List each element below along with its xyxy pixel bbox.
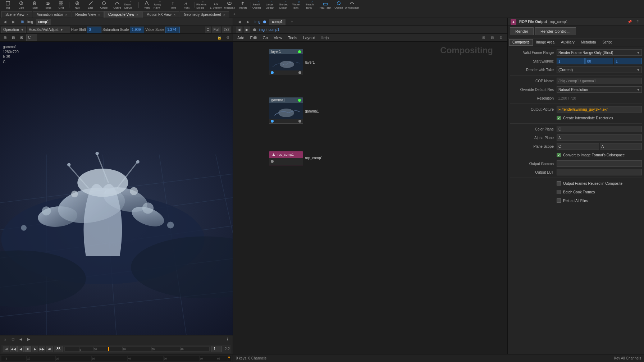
toolbar-curve[interactable]: Curve [111, 1, 124, 9]
prop-tab-auxiliary[interactable]: Auxiliary [558, 39, 578, 46]
render-control-button[interactable]: Render Control... [535, 27, 576, 35]
view-ctrl-1[interactable]: ⊞ [1, 34, 9, 41]
prop-value-ap[interactable]: A [557, 134, 642, 141]
viewport-nav-right[interactable]: ▶ [10, 18, 17, 26]
prop-help[interactable]: ? [634, 18, 641, 26]
end-frame-display[interactable]: 1 [211, 346, 222, 352]
viewport-comp-tab[interactable]: comp1 [36, 19, 51, 25]
toolbar-spray[interactable]: Spray Paint [154, 1, 166, 9]
view-ctrl-2[interactable]: ⊟ [10, 34, 17, 41]
toolbar-platonic[interactable]: Platonic Solids [196, 1, 209, 9]
menu-view[interactable]: View [272, 36, 284, 40]
bc-img[interactable]: img [259, 28, 265, 32]
viewport-nav-left[interactable]: ◀ [1, 18, 9, 26]
prop-pin[interactable]: 📌 [626, 18, 633, 26]
go-to-end[interactable]: ⏭ [46, 346, 52, 352]
value-scale-value[interactable]: 1.374 [165, 27, 180, 33]
bc-forward[interactable]: ▶ [244, 27, 250, 33]
prop-tab-composite[interactable]: Composite [509, 39, 533, 46]
step-back[interactable]: ◀◀ [10, 346, 17, 352]
toolbar-large-ocean[interactable]: Large Ocean [266, 1, 279, 9]
toolbar-grid[interactable]: Grid [55, 1, 68, 9]
hue-sat-val-dropdown[interactable]: Hue/Sat/Val Adjust ▼ [27, 27, 70, 33]
toolbar-beach-tank[interactable]: Beach Tank [306, 1, 319, 9]
comp-nav-right[interactable]: ▶ [245, 18, 252, 26]
prop-checkbox-raf-box[interactable] [557, 198, 561, 203]
tab-geometry-spreadsheet[interactable]: Geometry Spreadsheet × [180, 11, 229, 18]
toolbar-flat-tank[interactable]: Flat Tank [319, 1, 332, 9]
node-gamma1[interactable]: gamma1 [269, 97, 303, 124]
prop-end-value[interactable]: 80 [585, 58, 613, 64]
prop-value-cp[interactable]: C [557, 126, 642, 132]
step-forward[interactable]: ▶▶ [39, 346, 45, 352]
toolbar-line[interactable]: Line [84, 1, 97, 9]
go-to-start[interactable]: ⏮ [3, 346, 9, 352]
timeline-track[interactable]: 1 10 20 30 40 [64, 347, 210, 352]
toolbar-torus[interactable]: Torus [41, 1, 54, 9]
vp-prev-frame[interactable]: ◀ [17, 336, 24, 343]
toolbar-guided-ocean[interactable]: Guided Ocean [279, 1, 292, 9]
toolbar-null[interactable]: Null [71, 1, 84, 9]
comp-snap[interactable]: ⊞ [480, 34, 487, 41]
prop-checkbox-bcf-box[interactable] [557, 190, 561, 194]
prop-inc-value[interactable]: 1 [614, 58, 642, 64]
toolbar-path[interactable]: Path [140, 1, 153, 9]
bc-back[interactable]: ◀ [236, 27, 242, 33]
toolbar-geo[interactable]: Geo [15, 1, 28, 9]
menu-help[interactable]: Help [319, 36, 330, 40]
prop-value-cop[interactable]: / hiq / comp1 / gamma1 [557, 78, 642, 84]
hue-shift-value[interactable]: 0 [87, 27, 101, 33]
toolbar-whitewater[interactable]: Whitewater [346, 1, 358, 9]
view-settings[interactable]: ⚙ [224, 34, 231, 41]
prop-checkbox-cid-box[interactable]: ✓ [557, 116, 561, 120]
vp-home[interactable]: ⌂ [1, 336, 9, 343]
full-btn[interactable]: Full [212, 27, 221, 33]
stop[interactable]: ■ [24, 346, 31, 352]
prop-value-odr[interactable]: Natural Resolution ▼ [557, 86, 642, 93]
tab-close-animation[interactable]: × [65, 13, 67, 17]
saturation-scale-value[interactable]: 1.909 [130, 27, 144, 33]
menu-tools[interactable]: Tools [287, 36, 299, 40]
operation-dropdown[interactable]: Operation ▼ [1, 27, 26, 33]
view-ctrl-3[interactable]: ⊠ [18, 34, 25, 41]
tab-close-scene-view[interactable]: × [27, 13, 28, 17]
vp-zoom-fit[interactable]: ⊡ [9, 336, 17, 343]
tab-close-motion[interactable]: × [174, 13, 175, 17]
channel-btn[interactable]: C [205, 27, 211, 33]
toolbar-ocean[interactable]: Ocean [332, 1, 345, 9]
node-layer1[interactable]: layer1 [269, 49, 303, 75]
add-pane-button[interactable]: + [231, 10, 238, 18]
toolbar-obj[interactable]: obj [1, 1, 14, 9]
toolbar-metaball[interactable]: Metaball [223, 1, 236, 9]
toolbar-draw-curve[interactable]: Draw Curve [124, 1, 137, 9]
tab-render-view[interactable]: Render View × [72, 11, 104, 18]
prop-value-vfr[interactable]: Render Frame Range Only (Strict) ▼ [557, 49, 642, 56]
render-button[interactable]: Render [510, 27, 534, 35]
node-rop-comp1[interactable]: rop_comp1 [269, 151, 303, 165]
toolbar-lsystem[interactable]: L-S L-System [210, 1, 223, 9]
bc-comp[interactable]: comp1 [269, 28, 279, 32]
prop-value-rwt[interactable]: (Current) ▼ [557, 67, 642, 73]
prop-value-ps-c[interactable]: C [557, 143, 599, 150]
tab-close-geo[interactable]: × [223, 13, 225, 17]
comp-add-tab[interactable]: + [288, 18, 296, 26]
prop-tab-script[interactable]: Script [599, 39, 615, 46]
vp-next-frame[interactable]: ▶ [25, 336, 32, 343]
toolbar-import[interactable]: Import [236, 1, 249, 9]
compositor-area[interactable]: Compositing [233, 42, 507, 354]
comp-settings[interactable]: ⚙ [497, 34, 504, 41]
tab-motion-fx[interactable]: Motion FX View × [142, 11, 179, 18]
tab-composite-view[interactable]: Composite View × [104, 11, 142, 18]
frame-display[interactable]: 35 [54, 346, 63, 352]
play-back[interactable]: ◀ [17, 346, 24, 352]
tab-animation-editor[interactable]: Animation Editor × [33, 11, 71, 18]
tab-close-render[interactable]: × [98, 13, 100, 17]
prop-value-og[interactable] [557, 160, 642, 167]
view-lock[interactable]: 🔒 [216, 34, 223, 41]
size-btn[interactable]: 2x2 [222, 27, 231, 33]
prop-checkbox-ofr-box[interactable] [557, 181, 561, 185]
menu-edit[interactable]: Edit [249, 36, 259, 40]
prop-start-value[interactable]: 1 [557, 58, 585, 64]
prop-value-ol[interactable] [557, 169, 642, 175]
toolbar-wave-tank[interactable]: Wave Tank [292, 1, 305, 9]
